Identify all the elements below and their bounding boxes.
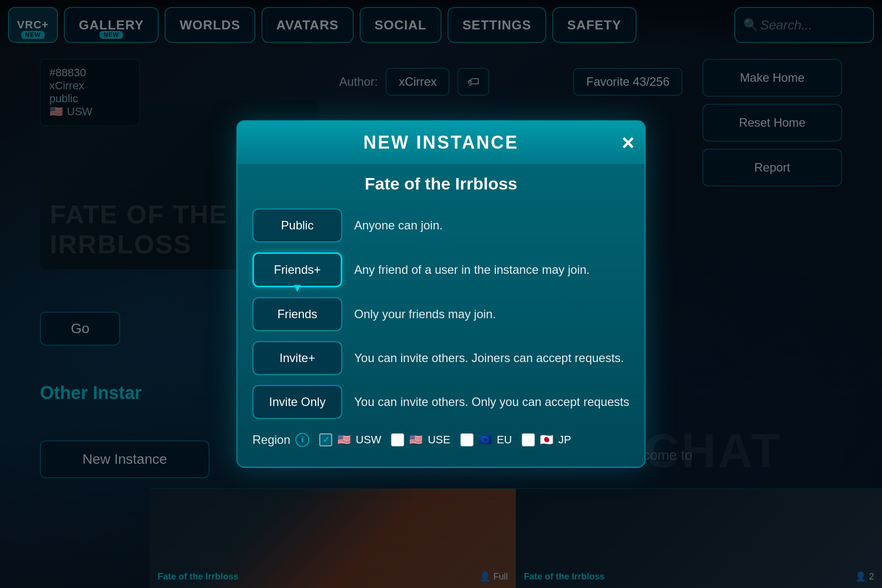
region-jp-checkbox[interactable] [522,433,535,446]
new-instance-modal: NEW INSTANCE × Fate of the Irrbloss Publ… [236,120,646,468]
public-option: Public Anyone can join. [252,203,630,247]
region-jp-label: JP [558,433,571,446]
public-description: Anyone can join. [354,218,630,232]
region-use[interactable]: 🇺🇸 USE [391,433,450,446]
invite-only-option: Invite Only You can invite others. Only … [252,380,630,424]
modal-header: NEW INSTANCE × [237,121,645,164]
invite-only-button[interactable]: Invite Only [252,385,342,419]
invite-only-description: You can invite others. Only you can acce… [354,395,630,409]
public-button[interactable]: Public [252,208,342,242]
region-label: Region i [252,433,309,447]
friends-plus-button[interactable]: Friends+ ▼ [252,252,342,287]
region-jp[interactable]: 🇯🇵 JP [522,433,571,446]
use-flag-icon: 🇺🇸 [409,433,423,446]
friends-description: Only your friends may join. [354,307,630,321]
jp-flag-icon: 🇯🇵 [540,433,553,446]
region-use-checkbox[interactable] [391,433,404,446]
invite-plus-button[interactable]: Invite+ [252,341,342,375]
modal-overlay: NEW INSTANCE × Fate of the Irrbloss Publ… [0,0,882,588]
friends-option: Friends Only your friends may join. [252,292,630,336]
region-label-text: Region [252,433,290,447]
modal-world-name: Fate of the Irrbloss [237,164,645,198]
modal-title: NEW INSTANCE [363,132,518,153]
region-eu-label: EU [497,433,512,446]
region-usw-checkbox[interactable]: ✓ [319,433,332,446]
region-eu[interactable]: 🇪🇺 EU [460,433,512,446]
friends-button[interactable]: Friends [252,297,342,331]
region-row: Region i ✓ 🇺🇸 USW 🇺🇸 USE [252,424,630,447]
region-use-label: USE [428,433,450,446]
modal-close-button[interactable]: × [622,132,635,154]
invite-plus-option: Invite+ You can invite others. Joiners c… [252,336,630,380]
region-usw[interactable]: ✓ 🇺🇸 USW [319,433,381,446]
friends-plus-description: Any friend of a user in the instance may… [354,263,630,277]
modal-body: Public Anyone can join. Friends+ ▼ Any f… [237,198,645,452]
friends-plus-label: Friends+ [274,263,321,276]
arrow-indicator: ▼ [291,281,303,295]
eu-flag-icon: 🇪🇺 [478,433,492,446]
region-eu-checkbox[interactable] [460,433,473,446]
usw-flag-icon: 🇺🇸 [337,433,351,446]
friends-plus-option: Friends+ ▼ Any friend of a user in the i… [252,247,630,292]
invite-plus-description: You can invite others. Joiners can accep… [354,351,630,365]
region-usw-label: USW [356,433,381,446]
region-info-icon[interactable]: i [295,433,309,447]
